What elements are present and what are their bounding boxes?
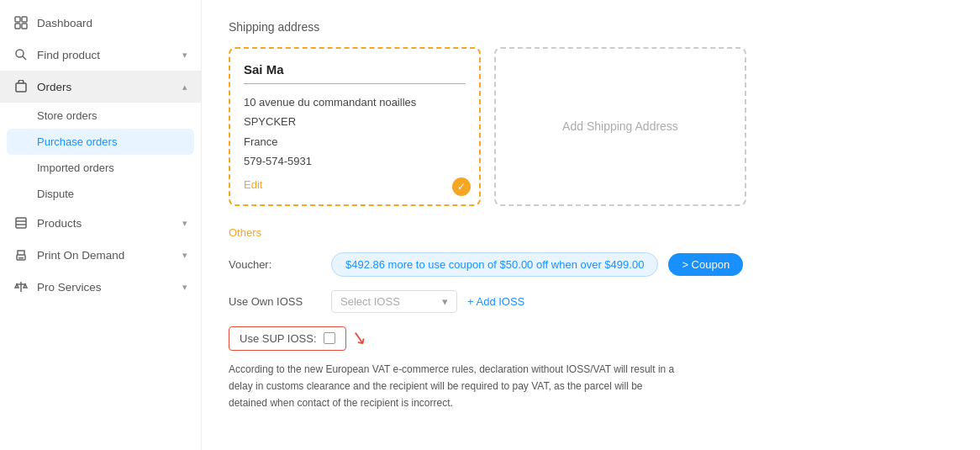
svg-rect-1 (22, 17, 27, 22)
chevron-down-icon: ▾ (442, 295, 448, 308)
sup-ioss-label: Use SUP IOSS: (240, 332, 317, 345)
chevron-down-icon: ▾ (182, 282, 187, 293)
address-card-empty[interactable]: Add Shipping Address (494, 47, 746, 206)
balance-icon (13, 279, 29, 294)
svg-rect-11 (18, 257, 24, 259)
svg-rect-0 (15, 17, 20, 22)
chevron-down-icon: ▾ (182, 218, 187, 229)
ioss-row: Use Own IOSS Select IOSS ▾ + Add IOSS (229, 290, 953, 313)
sidebar-item-products[interactable]: Products ▾ (0, 207, 201, 239)
voucher-label: Voucher: (229, 258, 321, 271)
svg-point-4 (16, 50, 24, 57)
ioss-placeholder: Select IOSS (340, 295, 400, 308)
address-name: Sai Ma (244, 62, 466, 84)
others-title: Others (229, 226, 953, 239)
layers-icon (13, 215, 29, 230)
shipping-address-title: Shipping address (229, 20, 953, 34)
add-address-label: Add Shipping Address (562, 119, 678, 133)
sup-ioss-checkbox[interactable] (324, 332, 335, 344)
search-icon (13, 47, 29, 62)
sidebar-sub-item-purchase-orders[interactable]: Purchase orders (7, 129, 194, 155)
svg-rect-2 (15, 24, 20, 29)
ioss-select[interactable]: Select IOSS ▾ (331, 290, 457, 313)
address-card-selected[interactable]: Sai Ma 10 avenue du commandant noailles … (229, 47, 481, 206)
chevron-up-icon: ▴ (182, 82, 187, 93)
vat-notice: According to the new European VAT e-comm… (229, 361, 682, 412)
sidebar-item-print-on-demand[interactable]: Print On Demand ▾ (0, 239, 201, 271)
svg-rect-3 (22, 24, 27, 29)
add-ioss-link[interactable]: + Add IOSS (467, 295, 524, 308)
shopping-bag-icon (13, 79, 29, 94)
red-arrow-icon: ↘ (349, 326, 367, 351)
sidebar-item-label: Products (37, 217, 82, 230)
sup-ioss-box: Use SUP IOSS: (229, 326, 346, 351)
svg-rect-7 (16, 218, 26, 228)
sidebar-item-label: Orders (37, 81, 71, 93)
sidebar-item-orders[interactable]: Orders ▴ (0, 71, 201, 103)
sidebar-sub-item-store-orders[interactable]: Store orders (0, 103, 201, 129)
address-line1: 10 avenue du commandant noailles SPYCKER… (244, 93, 466, 172)
sidebar-sub-item-dispute[interactable]: Dispute (0, 181, 201, 207)
sidebar-item-dashboard[interactable]: Dashboard (0, 7, 201, 39)
sidebar-item-find-product[interactable]: Find product ▾ (0, 39, 201, 71)
chevron-down-icon: ▾ (182, 250, 187, 261)
sidebar: Dashboard Find product ▾ Orders ▴ Store … (0, 0, 202, 450)
address-row: Sai Ma 10 avenue du commandant noailles … (229, 47, 953, 206)
sidebar-item-pro-services[interactable]: Pro Services ▾ (0, 271, 201, 303)
svg-rect-6 (16, 83, 26, 92)
voucher-box: $492.86 more to use coupon of $50.00 off… (331, 252, 658, 277)
sidebar-item-label: Dashboard (37, 17, 92, 29)
sidebar-item-label: Pro Services (37, 281, 102, 294)
printer-icon (13, 247, 29, 262)
address-edit-link[interactable]: Edit (244, 178, 262, 191)
address-selected-badge: ✓ (452, 177, 471, 196)
main-content: Shipping address Sai Ma 10 avenue du com… (202, 0, 980, 450)
sup-ioss-row: Use SUP IOSS: ↘ (229, 326, 953, 351)
voucher-row: Voucher: $492.86 more to use coupon of $… (229, 252, 953, 277)
chevron-down-icon: ▾ (182, 50, 187, 61)
svg-line-5 (23, 56, 26, 60)
ioss-label: Use Own IOSS (229, 295, 321, 308)
coupon-button[interactable]: > Coupon (668, 253, 743, 276)
sidebar-sub-item-imported-orders[interactable]: Imported orders (0, 155, 201, 181)
sidebar-item-label: Find product (37, 49, 100, 61)
grid-icon (13, 15, 29, 30)
sidebar-item-label: Print On Demand (37, 249, 124, 262)
